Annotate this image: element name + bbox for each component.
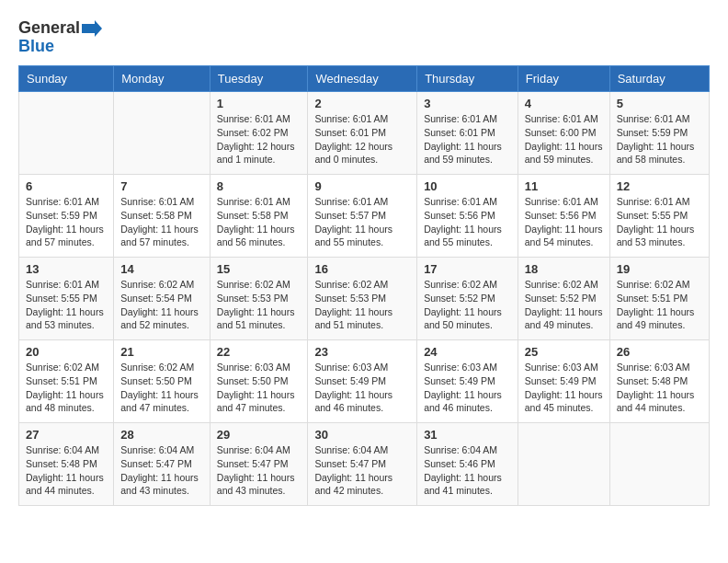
day-cell: 28Sunrise: 6:04 AMSunset: 5:47 PMDayligh…	[114, 423, 210, 506]
header-row: SundayMondayTuesdayWednesdayThursdayFrid…	[19, 66, 710, 92]
header-cell-saturday: Saturday	[609, 66, 709, 92]
day-info: Sunrise: 6:02 AMSunset: 5:53 PMDaylight:…	[217, 278, 301, 332]
day-cell: 24Sunrise: 6:03 AMSunset: 5:49 PMDayligh…	[417, 340, 518, 423]
day-info: Sunrise: 6:02 AMSunset: 5:51 PMDaylight:…	[26, 361, 107, 415]
day-info: Sunrise: 6:01 AMSunset: 5:58 PMDaylight:…	[120, 195, 203, 249]
day-cell: 11Sunrise: 6:01 AMSunset: 5:56 PMDayligh…	[518, 175, 609, 258]
logo-blue: Blue	[18, 37, 102, 57]
day-cell: 6Sunrise: 6:01 AMSunset: 5:59 PMDaylight…	[19, 175, 114, 258]
day-info: Sunrise: 6:04 AMSunset: 5:47 PMDaylight:…	[217, 443, 301, 498]
day-number: 5	[617, 97, 702, 110]
day-info: Sunrise: 6:01 AMSunset: 5:59 PMDaylight:…	[26, 195, 107, 249]
day-number: 14	[120, 262, 203, 276]
day-info: Sunrise: 6:02 AMSunset: 5:52 PMDaylight:…	[424, 278, 511, 332]
day-info: Sunrise: 6:01 AMSunset: 5:59 PMDaylight:…	[617, 112, 702, 167]
day-number: 21	[120, 345, 203, 359]
day-cell	[609, 423, 709, 506]
day-cell: 19Sunrise: 6:02 AMSunset: 5:51 PMDayligh…	[609, 258, 709, 340]
day-number: 15	[217, 262, 301, 276]
day-cell: 1Sunrise: 6:01 AMSunset: 6:02 PMDaylight…	[210, 92, 308, 175]
day-cell: 14Sunrise: 6:02 AMSunset: 5:54 PMDayligh…	[114, 258, 210, 340]
day-number: 4	[525, 97, 603, 110]
day-info: Sunrise: 6:04 AMSunset: 5:48 PMDaylight:…	[26, 443, 107, 498]
logo: General Blue	[18, 18, 102, 56]
day-cell: 3Sunrise: 6:01 AMSunset: 6:01 PMDaylight…	[417, 92, 518, 175]
day-number: 2	[314, 97, 410, 110]
day-number: 10	[424, 179, 511, 193]
day-cell: 25Sunrise: 6:03 AMSunset: 5:49 PMDayligh…	[518, 340, 609, 423]
logo-container: General Blue	[18, 18, 102, 56]
week-row-5: 27Sunrise: 6:04 AMSunset: 5:48 PMDayligh…	[19, 423, 710, 506]
day-number: 31	[424, 428, 511, 442]
day-cell: 10Sunrise: 6:01 AMSunset: 5:56 PMDayligh…	[417, 175, 518, 258]
day-info: Sunrise: 6:01 AMSunset: 6:02 PMDaylight:…	[217, 112, 301, 167]
day-info: Sunrise: 6:01 AMSunset: 5:57 PMDaylight:…	[314, 195, 410, 249]
day-number: 29	[217, 428, 301, 442]
day-number: 20	[26, 345, 107, 359]
day-cell: 22Sunrise: 6:03 AMSunset: 5:50 PMDayligh…	[210, 340, 308, 423]
day-number: 28	[120, 428, 203, 442]
day-cell: 13Sunrise: 6:01 AMSunset: 5:55 PMDayligh…	[19, 258, 114, 340]
day-number: 3	[424, 97, 511, 110]
day-cell: 9Sunrise: 6:01 AMSunset: 5:57 PMDaylight…	[308, 175, 417, 258]
day-number: 9	[314, 179, 410, 193]
day-cell: 8Sunrise: 6:01 AMSunset: 5:58 PMDaylight…	[210, 175, 308, 258]
week-row-2: 6Sunrise: 6:01 AMSunset: 5:59 PMDaylight…	[19, 175, 710, 258]
day-cell: 18Sunrise: 6:02 AMSunset: 5:52 PMDayligh…	[518, 258, 609, 340]
header-cell-sunday: Sunday	[19, 66, 114, 92]
day-info: Sunrise: 6:03 AMSunset: 5:49 PMDaylight:…	[314, 361, 410, 415]
week-row-4: 20Sunrise: 6:02 AMSunset: 5:51 PMDayligh…	[19, 340, 710, 423]
day-number: 25	[525, 345, 603, 359]
day-cell: 16Sunrise: 6:02 AMSunset: 5:53 PMDayligh…	[308, 258, 417, 340]
day-info: Sunrise: 6:01 AMSunset: 6:01 PMDaylight:…	[314, 112, 410, 167]
day-number: 11	[525, 179, 603, 193]
day-number: 30	[314, 428, 410, 442]
day-cell: 5Sunrise: 6:01 AMSunset: 5:59 PMDaylight…	[609, 92, 709, 175]
day-cell: 26Sunrise: 6:03 AMSunset: 5:48 PMDayligh…	[609, 340, 709, 423]
day-number: 19	[617, 262, 702, 276]
day-info: Sunrise: 6:04 AMSunset: 5:47 PMDaylight:…	[120, 443, 203, 498]
day-cell: 4Sunrise: 6:01 AMSunset: 6:00 PMDaylight…	[518, 92, 609, 175]
day-info: Sunrise: 6:02 AMSunset: 5:50 PMDaylight:…	[120, 361, 203, 415]
header-cell-friday: Friday	[518, 66, 609, 92]
day-number: 26	[617, 345, 702, 359]
day-number: 22	[217, 345, 301, 359]
day-info: Sunrise: 6:02 AMSunset: 5:53 PMDaylight:…	[314, 278, 410, 332]
day-number: 8	[217, 179, 301, 193]
day-cell: 23Sunrise: 6:03 AMSunset: 5:49 PMDayligh…	[308, 340, 417, 423]
day-info: Sunrise: 6:01 AMSunset: 5:58 PMDaylight:…	[217, 195, 301, 249]
day-info: Sunrise: 6:03 AMSunset: 5:50 PMDaylight:…	[217, 361, 301, 415]
day-cell: 29Sunrise: 6:04 AMSunset: 5:47 PMDayligh…	[210, 423, 308, 506]
header-cell-wednesday: Wednesday	[308, 66, 417, 92]
day-info: Sunrise: 6:03 AMSunset: 5:49 PMDaylight:…	[525, 361, 603, 415]
day-number: 24	[424, 345, 511, 359]
day-number: 12	[617, 179, 702, 193]
day-info: Sunrise: 6:02 AMSunset: 5:51 PMDaylight:…	[617, 278, 702, 332]
day-info: Sunrise: 6:04 AMSunset: 5:46 PMDaylight:…	[424, 443, 511, 498]
day-cell: 2Sunrise: 6:01 AMSunset: 6:01 PMDaylight…	[308, 92, 417, 175]
day-number: 7	[120, 179, 203, 193]
day-cell: 27Sunrise: 6:04 AMSunset: 5:48 PMDayligh…	[19, 423, 114, 506]
day-info: Sunrise: 6:01 AMSunset: 6:01 PMDaylight:…	[424, 112, 511, 167]
day-info: Sunrise: 6:03 AMSunset: 5:48 PMDaylight:…	[617, 361, 702, 415]
day-number: 16	[314, 262, 410, 276]
day-info: Sunrise: 6:01 AMSunset: 6:00 PMDaylight:…	[525, 112, 603, 167]
header-cell-thursday: Thursday	[417, 66, 518, 92]
logo-arrow-icon	[82, 20, 102, 37]
day-number: 6	[26, 179, 107, 193]
day-number: 17	[424, 262, 511, 276]
week-row-3: 13Sunrise: 6:01 AMSunset: 5:55 PMDayligh…	[19, 258, 710, 340]
week-row-1: 1Sunrise: 6:01 AMSunset: 6:02 PMDaylight…	[19, 92, 710, 175]
calendar-table: SundayMondayTuesdayWednesdayThursdayFrid…	[18, 65, 710, 506]
day-info: Sunrise: 6:03 AMSunset: 5:49 PMDaylight:…	[424, 361, 511, 415]
day-cell: 31Sunrise: 6:04 AMSunset: 5:46 PMDayligh…	[417, 423, 518, 506]
day-cell: 17Sunrise: 6:02 AMSunset: 5:52 PMDayligh…	[417, 258, 518, 340]
day-info: Sunrise: 6:01 AMSunset: 5:55 PMDaylight:…	[26, 278, 107, 332]
day-cell	[19, 92, 114, 175]
day-cell: 30Sunrise: 6:04 AMSunset: 5:47 PMDayligh…	[308, 423, 417, 506]
day-number: 27	[26, 428, 107, 442]
day-cell: 20Sunrise: 6:02 AMSunset: 5:51 PMDayligh…	[19, 340, 114, 423]
day-cell	[518, 423, 609, 506]
day-number: 1	[217, 97, 301, 110]
day-info: Sunrise: 6:04 AMSunset: 5:47 PMDaylight:…	[314, 443, 410, 498]
